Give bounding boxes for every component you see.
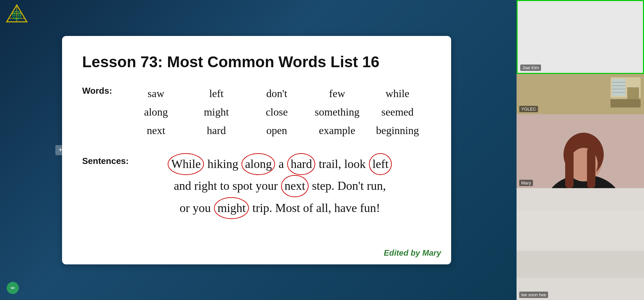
edit-pencil-button[interactable]: ✏: [7, 282, 19, 294]
svg-rect-15: [627, 87, 639, 99]
circled-along: along: [241, 153, 275, 175]
main-presentation-area: + Lesson 73: Most Common Words List 16 W…: [0, 0, 517, 300]
word-next: next: [126, 124, 186, 137]
word-saw: saw: [126, 87, 186, 100]
circled-might: might: [214, 197, 249, 219]
svg-rect-23: [587, 148, 595, 188]
slide-title: Lesson 73: Most Common Words List 16: [82, 53, 431, 71]
svg-rect-22: [565, 148, 574, 188]
sentences-label: Sentences:: [82, 156, 129, 166]
word-dont: don't: [247, 87, 307, 100]
words-section: Words: saw left don't few while along mi…: [82, 84, 431, 140]
svg-rect-14: [610, 99, 641, 108]
svg-rect-9: [612, 79, 626, 96]
word-hard: hard: [186, 124, 247, 137]
participant-name-mary: Mary: [519, 180, 533, 186]
lee-video-frame: [517, 188, 644, 300]
words-grid: saw left don't few while along might clo…: [126, 84, 428, 140]
participant-tile-lee-soon-hee[interactable]: lee soon hee: [517, 188, 644, 300]
participant-tile-jiae-kim[interactable]: Jiae Kim: [517, 0, 644, 74]
slide-panel: + Lesson 73: Most Common Words List 16 W…: [62, 36, 451, 264]
word-might: might: [186, 106, 247, 118]
participant-name-lee-soon-hee: lee soon hee: [519, 292, 548, 298]
word-something: something: [307, 106, 367, 118]
svg-rect-25: [517, 251, 644, 278]
add-slide-button[interactable]: +: [55, 145, 65, 155]
participant-tile-mary[interactable]: Mary: [517, 114, 644, 188]
logo: [5, 3, 29, 24]
word-beginning: beginning: [367, 124, 428, 137]
circled-while: While: [168, 153, 204, 175]
participants-sidebar: Jiae Kim YGLEC: [517, 0, 644, 300]
word-along: along: [126, 106, 186, 118]
sentences-section: Sentences: While hiking along a hard tra…: [82, 153, 431, 219]
participant-name-jiae-kim: Jiae Kim: [520, 65, 541, 71]
word-while: while: [367, 87, 428, 100]
word-example: example: [307, 124, 367, 137]
word-seemed: seemed: [367, 106, 428, 118]
participant-tile-yglec[interactable]: YGLEC: [517, 74, 644, 114]
mary-video-frame: [517, 114, 644, 188]
pencil-icon: ✏: [11, 285, 15, 291]
circled-left: left: [369, 153, 392, 175]
word-few: few: [307, 87, 367, 100]
yglec-thumbnail: [610, 77, 641, 108]
participant-name-yglec: YGLEC: [519, 106, 538, 112]
word-left: left: [186, 87, 247, 100]
sentence-content: While hiking along a hard trail, look le…: [129, 153, 431, 219]
circled-next: next: [281, 175, 309, 197]
edited-by-label: Edited by Mary: [384, 248, 441, 258]
word-open: open: [247, 124, 307, 137]
circled-hard: hard: [287, 153, 315, 175]
word-close: close: [247, 106, 307, 118]
words-label: Words:: [82, 86, 126, 96]
